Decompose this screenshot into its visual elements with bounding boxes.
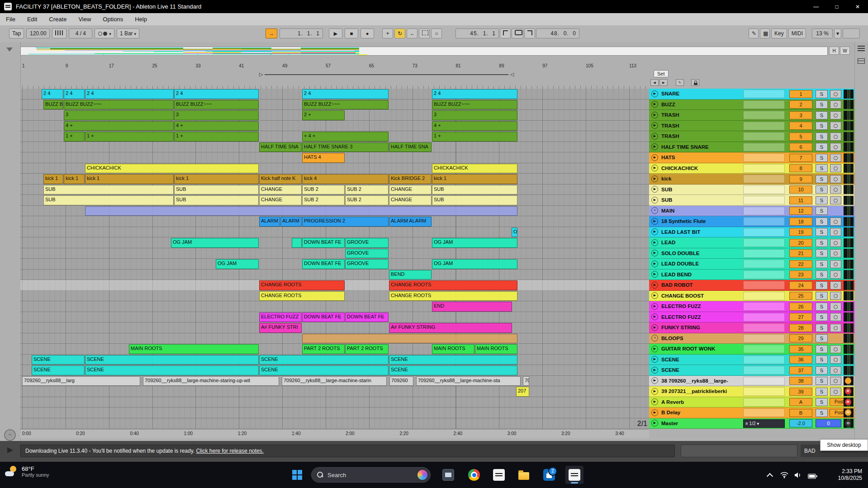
group-fold-icon[interactable]: ≡ xyxy=(651,207,658,214)
track-play-icon[interactable]: ▶ xyxy=(651,218,658,225)
arrangement-clip[interactable]: 4 + xyxy=(64,121,174,131)
track-header[interactable]: ≡MAIN12S xyxy=(649,206,854,217)
track-play-icon[interactable]: ▶ xyxy=(651,143,658,150)
arrangement-clip[interactable]: 709 xyxy=(523,376,529,386)
track-play-icon[interactable]: ▶ xyxy=(651,324,658,331)
update-notification-bar[interactable]: Downloading Live 11.3.40 - You'll be not… xyxy=(20,445,675,457)
track-activator[interactable]: 24 xyxy=(789,281,812,289)
region-select-button[interactable] xyxy=(419,28,430,38)
new-button[interactable]: + xyxy=(382,28,393,38)
weather-widget[interactable]: 68°F Partly sunny xyxy=(5,465,49,478)
solo-button[interactable]: S xyxy=(816,111,828,119)
arrangement-clip[interactable]: DOWN BEAT FE xyxy=(302,259,345,269)
arm-button[interactable] xyxy=(830,143,841,151)
track-name[interactable]: MAIN xyxy=(661,206,742,216)
arrangement-clip[interactable]: SCENE xyxy=(85,355,259,365)
arrangement-clip[interactable]: 2 4 xyxy=(174,89,259,99)
arrangement-clip[interactable]: 207 xyxy=(516,387,529,397)
taskbar-app-window[interactable] xyxy=(439,466,457,484)
arrangement-clip[interactable]: PART 2 ROOTS xyxy=(302,344,345,354)
arrangement-clip[interactable] xyxy=(292,238,302,248)
volume-icon[interactable] xyxy=(794,472,802,480)
arm-button[interactable] xyxy=(830,366,841,374)
arrangement-clip[interactable]: 709260 xyxy=(389,376,413,386)
arrangement-clip[interactable]: OG JAM xyxy=(432,259,517,269)
arrangement-clip[interactable]: 3 xyxy=(432,110,517,120)
track-header[interactable]: ▶CHICKACHICK8S xyxy=(649,163,854,174)
track-activator[interactable]: 3 xyxy=(789,111,812,119)
solo-button[interactable]: S xyxy=(816,90,828,98)
arrangement-clip[interactable]: SCENE xyxy=(32,355,85,365)
solo-button[interactable]: S xyxy=(816,324,828,332)
track-lane[interactable] xyxy=(20,407,649,418)
track-lane[interactable] xyxy=(20,248,649,259)
solo-button[interactable]: S xyxy=(816,207,828,215)
track-name[interactable]: 39 207321__patricklieberki xyxy=(661,386,742,397)
track-activator[interactable]: 35 xyxy=(789,345,812,353)
arrangement-clip[interactable]: ALARM ALARM xyxy=(389,217,432,227)
arrangement-clip[interactable]: 709260__ryks88__large-machine-staring-up… xyxy=(143,376,279,386)
track-activator[interactable]: 26 xyxy=(789,303,812,311)
arrangement-clip[interactable]: SCENE xyxy=(389,355,517,365)
arrangement-clip[interactable]: 3 xyxy=(64,110,174,120)
solo-button[interactable]: S xyxy=(816,100,828,109)
arrangement-clip[interactable]: SUB xyxy=(174,185,259,195)
loop-end-handle-icon[interactable]: ◁ xyxy=(510,71,514,77)
nudge-buttons[interactable] xyxy=(52,28,66,38)
time-signature-field[interactable]: 4 / 4 xyxy=(69,28,92,38)
solo-button[interactable]: S xyxy=(816,175,828,183)
arm-button[interactable] xyxy=(830,388,841,396)
back-to-arrangement-button[interactable]: ← xyxy=(407,28,417,38)
track-header[interactable]: ≡BLOOPS29S xyxy=(649,333,854,344)
track-lane[interactable] xyxy=(20,301,649,312)
arrangement-position-field[interactable]: 1. 1. 1 xyxy=(280,28,323,38)
track-header[interactable]: ▶SUB11S xyxy=(649,195,854,206)
arrangement-clip[interactable]: 709260__ryks88__larg xyxy=(22,376,140,386)
arm-button[interactable] xyxy=(830,313,841,321)
track-header[interactable]: ▶SUB10S xyxy=(649,185,854,195)
track-play-icon[interactable]: ▶ xyxy=(651,165,658,171)
quantize-menu[interactable]: 1 Bar▾ xyxy=(117,28,139,38)
overdub-button[interactable]: ○ xyxy=(431,28,442,38)
track-activator[interactable]: 1 xyxy=(789,90,812,98)
track-header[interactable]: ▶HATS7S xyxy=(649,152,854,163)
solo-button[interactable]: S xyxy=(816,133,828,141)
arrangement-clip[interactable]: MAIN ROOTS xyxy=(475,344,517,354)
panel-toggle-icon[interactable] xyxy=(858,58,865,64)
track-play-icon[interactable]: ▶ xyxy=(651,420,658,426)
optimize-height-button[interactable]: H xyxy=(829,47,839,55)
track-header[interactable]: ▶SNARE1S xyxy=(649,89,854,99)
arrangement-clip[interactable]: kick 1 xyxy=(432,174,517,184)
arm-button[interactable] xyxy=(830,249,841,257)
arm-button[interactable] xyxy=(830,345,841,353)
track-header[interactable]: ▶HALF TIME SNARE6S xyxy=(649,142,854,153)
track-activator[interactable]: 2 xyxy=(789,100,812,109)
track-name[interactable]: FUNKY STRING xyxy=(661,322,742,333)
arrangement-clip[interactable]: SCENE xyxy=(389,365,517,375)
arm-button[interactable] xyxy=(830,303,841,311)
arrangement-clip[interactable]: CHANGE ROOTS xyxy=(389,291,517,301)
tray-chevron-up-icon[interactable] xyxy=(767,473,773,479)
loop-brace[interactable]: ▷ ◁ xyxy=(259,72,514,78)
solo-button[interactable]: S xyxy=(816,154,828,162)
group-fold-icon[interactable]: ≡ xyxy=(651,335,658,341)
track-play-icon[interactable]: ▶ xyxy=(651,228,658,235)
solo-button[interactable]: S xyxy=(816,355,828,364)
arrangement-clip[interactable]: 1 + xyxy=(64,132,85,142)
track-header[interactable]: ▶BAD ROBOT24S xyxy=(649,280,854,291)
hamburger-menu-icon[interactable] xyxy=(858,46,865,51)
track-play-icon[interactable]: ▶ xyxy=(651,101,658,108)
track-activator[interactable]: 20 xyxy=(789,239,812,247)
arrangement-clip[interactable]: SCENE xyxy=(85,365,259,375)
key-map-button[interactable]: Key xyxy=(771,28,787,38)
track-play-icon[interactable]: ▶ xyxy=(651,356,658,363)
track-name[interactable]: 18 Synthetic Flute xyxy=(661,216,742,227)
track-header[interactable]: ▶SCENE36S xyxy=(649,355,854,365)
track-name[interactable]: SNARE xyxy=(661,89,742,99)
track-play-icon[interactable]: ▶ xyxy=(651,303,658,310)
track-play-icon[interactable]: ▶ xyxy=(651,122,658,129)
track-header[interactable]: ▶LEAD20S xyxy=(649,237,854,248)
track-header[interactable]: ▶Master≡ 1/2 ▾-2.00O xyxy=(649,418,854,429)
track-header[interactable]: ▶38 709260__ryks88__large-38S xyxy=(649,376,854,387)
taskbar-live-2-active[interactable] xyxy=(565,466,583,484)
